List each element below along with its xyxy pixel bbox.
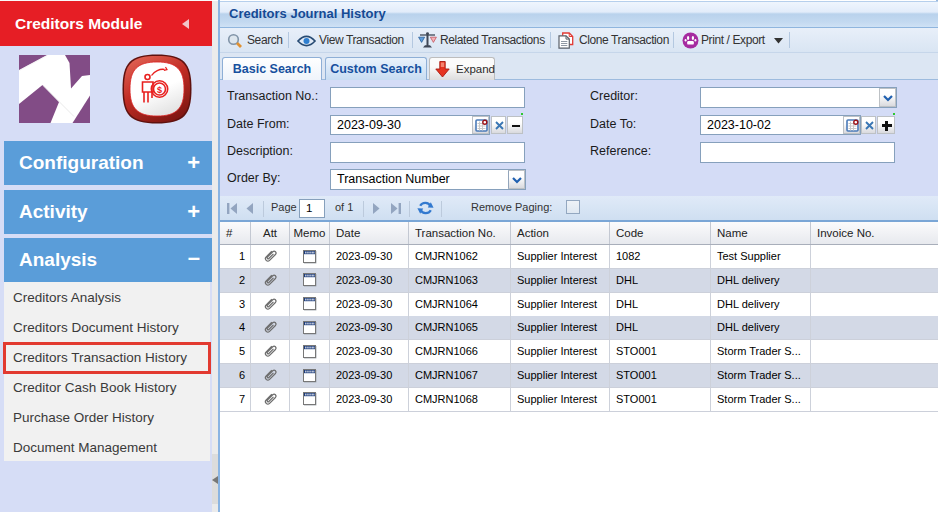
svg-text:$: $ — [157, 85, 162, 95]
